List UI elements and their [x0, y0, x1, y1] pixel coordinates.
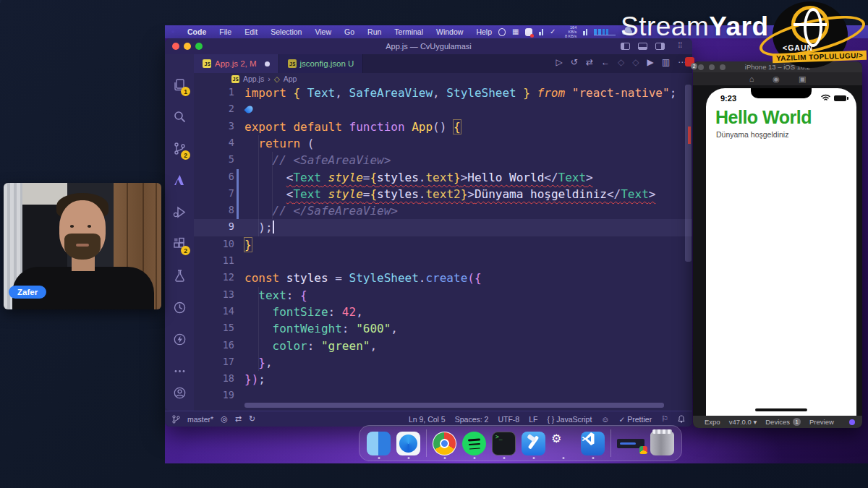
split-editor-icon[interactable]: ▥	[662, 57, 670, 67]
horizontal-scrollbar[interactable]	[244, 403, 664, 408]
network-graph-icon[interactable]	[594, 29, 616, 35]
status-item[interactable]: Ln 9, Col 5	[409, 415, 446, 424]
toggle-sidebar-icon[interactable]	[621, 43, 630, 50]
menubar-app-name[interactable]: Code	[187, 27, 206, 36]
dock-icon-trash[interactable]	[650, 432, 674, 455]
code-line-14[interactable]: 14 fontSize: 42,	[194, 304, 692, 320]
status-item[interactable]: { } JavaScript	[547, 415, 592, 424]
shazam-icon[interactable]	[498, 28, 506, 36]
menubar-item-go[interactable]: Go	[344, 27, 354, 36]
dock-icon-finder[interactable]	[367, 432, 391, 455]
code-line-11[interactable]: 11	[194, 253, 692, 270]
code-editor[interactable]: 1import { Text, SafeAreaView, StyleSheet…	[194, 85, 692, 406]
dock-icon-safari[interactable]	[396, 432, 420, 455]
prettier-status[interactable]: ✓ Prettier	[619, 415, 652, 424]
menubar-item-help[interactable]: Help	[476, 27, 492, 36]
code-line-3[interactable]: 3export default function App() {	[194, 119, 692, 135]
breadcrumb-symbol[interactable]: App	[284, 74, 297, 83]
bell-icon[interactable]	[678, 415, 685, 423]
code-line-9[interactable]: 9 );	[194, 219, 692, 236]
account-icon[interactable]	[165, 380, 194, 406]
run-icon[interactable]: ▷	[556, 57, 563, 67]
code-line-12[interactable]: 12const styles = StyleSheet.create({	[194, 270, 692, 286]
history-icon[interactable]	[165, 294, 194, 320]
cpu-meter-icon[interactable]	[539, 28, 543, 35]
dock-minimized-window[interactable]	[617, 439, 644, 448]
customize-layout-icon[interactable]: ⁞⁞	[678, 41, 682, 49]
nav-back-icon[interactable]: ◇	[618, 57, 624, 67]
smiley-icon[interactable]: ☺	[601, 415, 609, 424]
code-line-5[interactable]: 5 // <SafeAreaView>	[194, 152, 692, 168]
toggle-panel-icon[interactable]	[638, 43, 647, 50]
modified-dot-icon[interactable]	[265, 61, 270, 67]
code-line-15[interactable]: 15 fontWeight: "600",	[194, 320, 692, 337]
history-icon[interactable]: ↺	[571, 57, 578, 67]
status-item[interactable]: Spaces: 2	[455, 415, 489, 424]
code-line-4[interactable]: 4 return (	[194, 135, 692, 152]
menubar-item-run[interactable]: Run	[367, 27, 381, 36]
azure-icon[interactable]	[165, 167, 194, 193]
tab-appjs[interactable]: JS App.js 2, M	[194, 54, 279, 73]
dock-icon-xcode[interactable]	[522, 432, 545, 455]
expo-version-dropdown[interactable]: v47.0.0 ▾	[729, 418, 757, 426]
code-line-17[interactable]: 17 },	[194, 354, 692, 371]
flag-icon[interactable]: ⚐	[661, 414, 668, 424]
nav-forward-icon[interactable]: ◇	[632, 57, 639, 67]
screenshot-icon[interactable]: ▣	[799, 74, 806, 84]
menubar-item-edit[interactable]: Edit	[244, 27, 258, 36]
source-control-icon[interactable]: 2	[165, 135, 194, 161]
dock-icon-spotify[interactable]	[462, 432, 486, 455]
home-icon[interactable]: ⌂	[749, 74, 754, 83]
dock-icon-system-settings[interactable]: ⚙	[551, 432, 575, 455]
grid-icon[interactable]: ▦	[512, 28, 519, 35]
menubar-item-view[interactable]: View	[315, 27, 331, 36]
status-item[interactable]: LF	[529, 415, 537, 424]
code-line-8[interactable]: 8 // </SafeAreaView>	[194, 202, 692, 219]
toggle-secondary-sidebar-icon[interactable]	[655, 43, 665, 50]
presenter-eye	[70, 225, 74, 228]
dock-icon-terminal[interactable]	[492, 432, 516, 455]
code-line-18[interactable]: 18});	[194, 371, 692, 388]
code-line-2[interactable]: 2	[194, 101, 692, 118]
status-left: master* ◎ ⇄ ↻	[172, 414, 255, 424]
sync-icon[interactable]: ⇄	[235, 414, 242, 424]
network-speed[interactable]: 164 KB/s8 KB/s	[563, 25, 577, 38]
refresh-icon[interactable]: ↻	[249, 414, 255, 424]
dock-icon-vscode[interactable]	[581, 432, 605, 455]
code-line-13[interactable]: 13 text: {	[194, 287, 692, 304]
dock-icon-chrome[interactable]	[433, 432, 456, 455]
tab-jsconfig[interactable]: JS jsconfig.json U	[279, 54, 364, 73]
devices-control[interactable]: Devices 1	[765, 418, 801, 426]
creative-cloud-icon[interactable]	[525, 28, 532, 36]
vscode-titlebar[interactable]: App.js — CvUygulamasi ⁞⁞	[165, 38, 692, 54]
breadcrumb-file[interactable]: App.js	[243, 74, 264, 83]
error-lens-icon[interactable]: ◎	[221, 414, 228, 424]
code-line-6[interactable]: 6 <Text style={styles.text}>Hello World<…	[194, 169, 692, 186]
menubar-item-file[interactable]: File	[219, 27, 231, 36]
run-debug-icon[interactable]	[165, 199, 194, 225]
status-item[interactable]: UTF-8	[498, 415, 519, 424]
back-icon[interactable]: ←	[601, 57, 610, 67]
menubar-item-selection[interactable]: Selection	[271, 27, 302, 36]
menubar-item-window[interactable]: Window	[436, 27, 463, 36]
running-indicator	[443, 457, 446, 459]
code-line-7[interactable]: 7 <Text style={styles.text2}>Dünyama hoş…	[194, 186, 692, 202]
code-line-1[interactable]: 1import { Text, SafeAreaView, StyleSheet…	[194, 85, 692, 101]
compare-icon[interactable]: ⇄	[586, 57, 593, 67]
menubar-item-terminal[interactable]: Terminal	[394, 27, 423, 36]
search-icon[interactable]	[165, 103, 194, 129]
explorer-icon[interactable]: 1	[165, 72, 194, 98]
git-branch-label[interactable]: master*	[187, 415, 213, 424]
vertical-scrollbar[interactable]	[685, 85, 692, 262]
record-icon[interactable]: ◉	[773, 74, 780, 84]
thunder-icon[interactable]	[165, 326, 194, 352]
extensions-icon[interactable]: 2	[165, 231, 194, 257]
preview-label[interactable]: Preview	[809, 418, 834, 426]
code-line-16[interactable]: 16 color: "green",	[194, 338, 692, 354]
meter-icon[interactable]	[583, 28, 587, 35]
run-circle-icon[interactable]: ▶	[647, 57, 653, 67]
testing-icon[interactable]	[165, 262, 194, 288]
code-line-10[interactable]: 10}	[194, 236, 692, 253]
breadcrumb[interactable]: JS App.js › ◇ App	[194, 73, 692, 85]
check-icon[interactable]: ✓	[550, 28, 556, 35]
